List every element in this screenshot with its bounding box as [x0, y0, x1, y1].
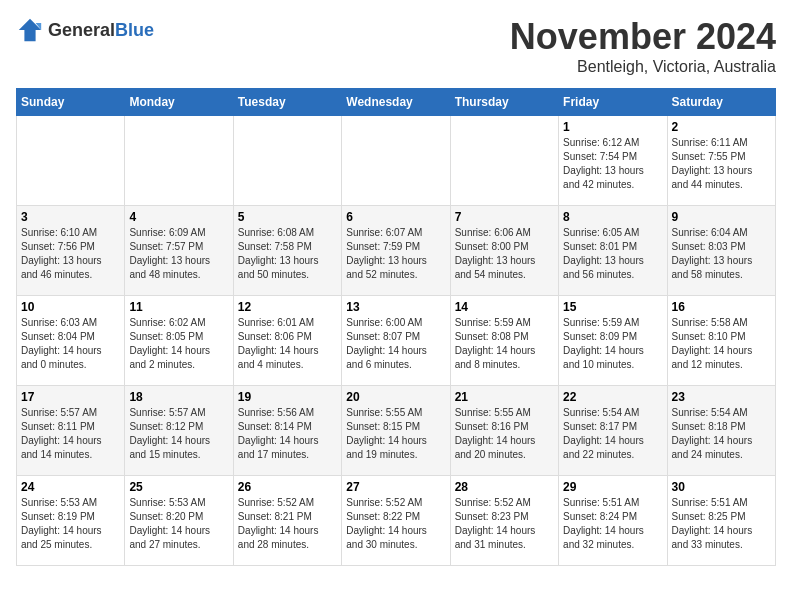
calendar-cell: 26Sunrise: 5:52 AM Sunset: 8:21 PM Dayli…: [233, 476, 341, 566]
day-info: Sunrise: 5:52 AM Sunset: 8:21 PM Dayligh…: [238, 496, 337, 552]
calendar-cell: [342, 116, 450, 206]
day-number: 5: [238, 210, 337, 224]
logo: GeneralBlue: [16, 16, 154, 44]
day-info: Sunrise: 5:53 AM Sunset: 8:20 PM Dayligh…: [129, 496, 228, 552]
day-number: 28: [455, 480, 554, 494]
calendar-cell: 9Sunrise: 6:04 AM Sunset: 8:03 PM Daylig…: [667, 206, 775, 296]
day-info: Sunrise: 6:07 AM Sunset: 7:59 PM Dayligh…: [346, 226, 445, 282]
calendar-cell: 7Sunrise: 6:06 AM Sunset: 8:00 PM Daylig…: [450, 206, 558, 296]
day-number: 19: [238, 390, 337, 404]
calendar-cell: 5Sunrise: 6:08 AM Sunset: 7:58 PM Daylig…: [233, 206, 341, 296]
calendar-cell: 4Sunrise: 6:09 AM Sunset: 7:57 PM Daylig…: [125, 206, 233, 296]
day-info: Sunrise: 6:10 AM Sunset: 7:56 PM Dayligh…: [21, 226, 120, 282]
calendar-cell: 14Sunrise: 5:59 AM Sunset: 8:08 PM Dayli…: [450, 296, 558, 386]
calendar-cell: 10Sunrise: 6:03 AM Sunset: 8:04 PM Dayli…: [17, 296, 125, 386]
day-info: Sunrise: 6:02 AM Sunset: 8:05 PM Dayligh…: [129, 316, 228, 372]
day-number: 22: [563, 390, 662, 404]
calendar-cell: 12Sunrise: 6:01 AM Sunset: 8:06 PM Dayli…: [233, 296, 341, 386]
calendar-week-row: 3Sunrise: 6:10 AM Sunset: 7:56 PM Daylig…: [17, 206, 776, 296]
day-info: Sunrise: 5:57 AM Sunset: 8:11 PM Dayligh…: [21, 406, 120, 462]
day-number: 27: [346, 480, 445, 494]
month-title: November 2024: [510, 16, 776, 58]
day-number: 8: [563, 210, 662, 224]
day-info: Sunrise: 5:59 AM Sunset: 8:09 PM Dayligh…: [563, 316, 662, 372]
calendar-cell: 21Sunrise: 5:55 AM Sunset: 8:16 PM Dayli…: [450, 386, 558, 476]
day-info: Sunrise: 5:57 AM Sunset: 8:12 PM Dayligh…: [129, 406, 228, 462]
calendar-cell: 15Sunrise: 5:59 AM Sunset: 8:09 PM Dayli…: [559, 296, 667, 386]
calendar-cell: 25Sunrise: 5:53 AM Sunset: 8:20 PM Dayli…: [125, 476, 233, 566]
calendar-header-row: SundayMondayTuesdayWednesdayThursdayFrid…: [17, 89, 776, 116]
day-info: Sunrise: 6:06 AM Sunset: 8:00 PM Dayligh…: [455, 226, 554, 282]
calendar-week-row: 10Sunrise: 6:03 AM Sunset: 8:04 PM Dayli…: [17, 296, 776, 386]
calendar-cell: 23Sunrise: 5:54 AM Sunset: 8:18 PM Dayli…: [667, 386, 775, 476]
calendar-cell: 18Sunrise: 5:57 AM Sunset: 8:12 PM Dayli…: [125, 386, 233, 476]
calendar-cell: 30Sunrise: 5:51 AM Sunset: 8:25 PM Dayli…: [667, 476, 775, 566]
day-info: Sunrise: 5:54 AM Sunset: 8:18 PM Dayligh…: [672, 406, 771, 462]
day-info: Sunrise: 6:08 AM Sunset: 7:58 PM Dayligh…: [238, 226, 337, 282]
day-number: 2: [672, 120, 771, 134]
header-day-thursday: Thursday: [450, 89, 558, 116]
calendar-cell: 8Sunrise: 6:05 AM Sunset: 8:01 PM Daylig…: [559, 206, 667, 296]
calendar-cell: 24Sunrise: 5:53 AM Sunset: 8:19 PM Dayli…: [17, 476, 125, 566]
calendar-cell: 20Sunrise: 5:55 AM Sunset: 8:15 PM Dayli…: [342, 386, 450, 476]
day-number: 13: [346, 300, 445, 314]
day-number: 25: [129, 480, 228, 494]
calendar-cell: 16Sunrise: 5:58 AM Sunset: 8:10 PM Dayli…: [667, 296, 775, 386]
header-day-saturday: Saturday: [667, 89, 775, 116]
calendar-cell: [450, 116, 558, 206]
day-number: 1: [563, 120, 662, 134]
day-info: Sunrise: 6:11 AM Sunset: 7:55 PM Dayligh…: [672, 136, 771, 192]
day-number: 6: [346, 210, 445, 224]
day-number: 20: [346, 390, 445, 404]
title-area: November 2024 Bentleigh, Victoria, Austr…: [510, 16, 776, 76]
calendar-table: SundayMondayTuesdayWednesdayThursdayFrid…: [16, 88, 776, 566]
calendar-cell: 17Sunrise: 5:57 AM Sunset: 8:11 PM Dayli…: [17, 386, 125, 476]
day-number: 7: [455, 210, 554, 224]
calendar-cell: 3Sunrise: 6:10 AM Sunset: 7:56 PM Daylig…: [17, 206, 125, 296]
day-info: Sunrise: 6:09 AM Sunset: 7:57 PM Dayligh…: [129, 226, 228, 282]
day-info: Sunrise: 5:51 AM Sunset: 8:25 PM Dayligh…: [672, 496, 771, 552]
calendar-cell: [233, 116, 341, 206]
calendar-cell: 1Sunrise: 6:12 AM Sunset: 7:54 PM Daylig…: [559, 116, 667, 206]
day-number: 30: [672, 480, 771, 494]
day-number: 4: [129, 210, 228, 224]
day-number: 17: [21, 390, 120, 404]
calendar-cell: 27Sunrise: 5:52 AM Sunset: 8:22 PM Dayli…: [342, 476, 450, 566]
day-info: Sunrise: 5:52 AM Sunset: 8:23 PM Dayligh…: [455, 496, 554, 552]
day-number: 16: [672, 300, 771, 314]
day-info: Sunrise: 5:58 AM Sunset: 8:10 PM Dayligh…: [672, 316, 771, 372]
day-number: 3: [21, 210, 120, 224]
calendar-cell: 2Sunrise: 6:11 AM Sunset: 7:55 PM Daylig…: [667, 116, 775, 206]
calendar-cell: 19Sunrise: 5:56 AM Sunset: 8:14 PM Dayli…: [233, 386, 341, 476]
calendar-cell: [125, 116, 233, 206]
calendar-week-row: 1Sunrise: 6:12 AM Sunset: 7:54 PM Daylig…: [17, 116, 776, 206]
day-info: Sunrise: 6:03 AM Sunset: 8:04 PM Dayligh…: [21, 316, 120, 372]
day-number: 14: [455, 300, 554, 314]
calendar-cell: [17, 116, 125, 206]
day-info: Sunrise: 5:59 AM Sunset: 8:08 PM Dayligh…: [455, 316, 554, 372]
logo-icon: [16, 16, 44, 44]
calendar-cell: 6Sunrise: 6:07 AM Sunset: 7:59 PM Daylig…: [342, 206, 450, 296]
day-info: Sunrise: 6:12 AM Sunset: 7:54 PM Dayligh…: [563, 136, 662, 192]
day-number: 11: [129, 300, 228, 314]
header: GeneralBlue November 2024 Bentleigh, Vic…: [16, 16, 776, 76]
day-number: 12: [238, 300, 337, 314]
day-number: 24: [21, 480, 120, 494]
day-number: 29: [563, 480, 662, 494]
header-day-wednesday: Wednesday: [342, 89, 450, 116]
calendar-cell: 11Sunrise: 6:02 AM Sunset: 8:05 PM Dayli…: [125, 296, 233, 386]
location-title: Bentleigh, Victoria, Australia: [510, 58, 776, 76]
header-day-tuesday: Tuesday: [233, 89, 341, 116]
day-info: Sunrise: 5:51 AM Sunset: 8:24 PM Dayligh…: [563, 496, 662, 552]
day-number: 26: [238, 480, 337, 494]
day-info: Sunrise: 6:04 AM Sunset: 8:03 PM Dayligh…: [672, 226, 771, 282]
calendar-cell: 22Sunrise: 5:54 AM Sunset: 8:17 PM Dayli…: [559, 386, 667, 476]
logo-blue: Blue: [115, 20, 154, 40]
day-number: 15: [563, 300, 662, 314]
day-info: Sunrise: 6:00 AM Sunset: 8:07 PM Dayligh…: [346, 316, 445, 372]
day-info: Sunrise: 5:55 AM Sunset: 8:16 PM Dayligh…: [455, 406, 554, 462]
calendar-week-row: 24Sunrise: 5:53 AM Sunset: 8:19 PM Dayli…: [17, 476, 776, 566]
calendar-cell: 13Sunrise: 6:00 AM Sunset: 8:07 PM Dayli…: [342, 296, 450, 386]
header-day-friday: Friday: [559, 89, 667, 116]
header-day-monday: Monday: [125, 89, 233, 116]
